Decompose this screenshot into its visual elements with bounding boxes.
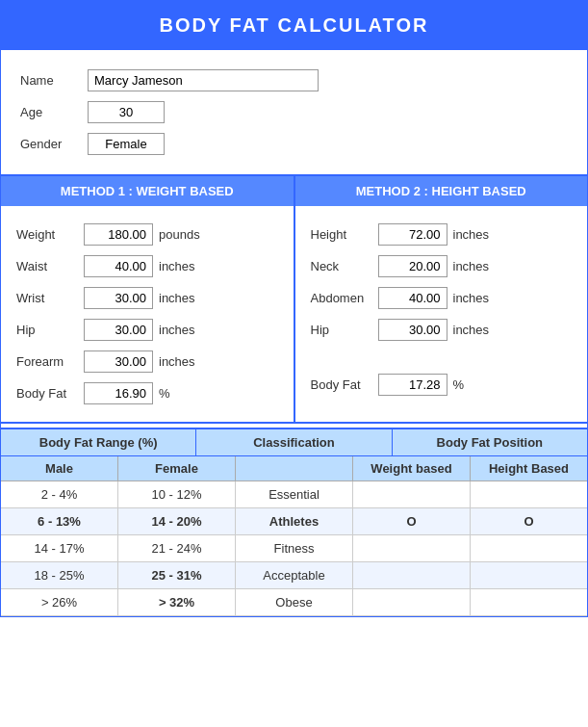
m2-neck-unit: inches — [453, 259, 490, 273]
method1-header: METHOD 1 : WEIGHT BASED — [1, 176, 294, 206]
method2-section: Height inches Neck inches Abdomen inches… — [295, 206, 588, 422]
results-header-classification: Classification — [196, 429, 392, 455]
m1-waist-input[interactable] — [84, 255, 153, 277]
table-row: 14 - 17% 21 - 24% Fitness — [1, 535, 587, 562]
cell-male-5: > 26% — [1, 589, 118, 615]
table-row: 2 - 4% 10 - 12% Essential — [1, 481, 587, 508]
m1-wrist-label: Wrist — [16, 291, 84, 305]
m1-forearm-input[interactable] — [84, 351, 153, 373]
gender-input[interactable] — [88, 133, 165, 155]
m2-bodyfat-input[interactable] — [378, 374, 447, 396]
age-label: Age — [20, 105, 88, 119]
m2-height-label: Height — [311, 227, 378, 242]
m1-weight-unit: pounds — [159, 227, 200, 242]
cell-height-2: O — [471, 508, 587, 534]
sub-header-weight: Weight based — [353, 456, 471, 480]
cell-height-3 — [471, 535, 587, 561]
cell-male-2: 6 - 13% — [1, 508, 118, 534]
results-table: Body Fat Range (%) Classification Body F… — [1, 428, 587, 616]
cell-weight-3 — [353, 535, 471, 561]
sub-header-male: Male — [1, 456, 118, 480]
gender-label: Gender — [20, 137, 88, 151]
method2-header: METHOD 2 : HEIGHT BASED — [295, 176, 588, 206]
table-row: 6 - 13% 14 - 20% Athletes O O — [1, 508, 587, 535]
table-row: > 26% > 32% Obese — [1, 589, 587, 616]
m1-forearm-label: Forearm — [16, 354, 84, 369]
m2-height-input[interactable] — [378, 223, 447, 246]
m1-hip-unit: inches — [159, 323, 195, 337]
cell-class-4: Acceptable — [236, 562, 353, 588]
cell-class-1: Essential — [236, 481, 353, 507]
cell-class-5: Obese — [236, 589, 353, 615]
sub-header-height: Height Based — [471, 456, 587, 480]
method1-section: Weight pounds Waist inches Wrist inches … — [1, 206, 294, 422]
name-input[interactable] — [88, 69, 319, 91]
cell-height-4 — [471, 562, 587, 588]
m1-bodyfat-label: Body Fat — [16, 386, 84, 401]
cell-class-2: Athletes — [236, 508, 353, 534]
m2-neck-input[interactable] — [378, 255, 447, 277]
m2-bodyfat-label: Body Fat — [311, 377, 378, 392]
table-row: 18 - 25% 25 - 31% Acceptable — [1, 562, 587, 589]
m2-neck-label: Neck — [311, 259, 378, 273]
cell-height-5 — [471, 589, 587, 615]
m1-hip-input[interactable] — [84, 319, 153, 341]
m1-waist-label: Waist — [16, 259, 84, 273]
m1-hip-label: Hip — [16, 323, 84, 337]
cell-female-5: > 32% — [118, 589, 236, 615]
m2-abdomen-unit: inches — [453, 291, 490, 305]
m1-wrist-unit: inches — [159, 291, 195, 305]
name-label: Name — [20, 73, 88, 88]
m2-abdomen-label: Abdomen — [311, 291, 378, 305]
cell-male-3: 14 - 17% — [1, 535, 118, 561]
m1-weight-input[interactable] — [84, 223, 153, 246]
cell-male-4: 18 - 25% — [1, 562, 118, 588]
cell-height-1 — [471, 481, 587, 507]
m1-bodyfat-unit: % — [159, 386, 170, 401]
cell-class-3: Fitness — [236, 535, 353, 561]
results-header-range: Body Fat Range (%) — [1, 429, 196, 455]
results-header-position: Body Fat Position — [393, 429, 587, 455]
cell-weight-1 — [353, 481, 471, 507]
cell-female-2: 14 - 20% — [118, 508, 236, 534]
sub-header-female: Female — [118, 456, 236, 480]
m2-height-unit: inches — [453, 227, 490, 242]
cell-female-1: 10 - 12% — [118, 481, 236, 507]
m1-weight-label: Weight — [16, 227, 84, 242]
m2-bodyfat-unit: % — [453, 377, 465, 392]
cell-female-3: 21 - 24% — [118, 535, 236, 561]
m1-wrist-input[interactable] — [84, 287, 153, 309]
m1-bodyfat-input[interactable] — [84, 382, 153, 404]
cell-male-1: 2 - 4% — [1, 481, 118, 507]
m2-hip-input[interactable] — [378, 319, 447, 341]
cell-weight-5 — [353, 589, 471, 615]
m1-waist-unit: inches — [159, 259, 195, 273]
m2-hip-label: Hip — [311, 323, 378, 337]
sub-header-empty — [236, 456, 353, 480]
page-title: BODY FAT CALCULATOR — [1, 1, 587, 50]
cell-weight-4 — [353, 562, 471, 588]
m2-hip-unit: inches — [453, 323, 490, 337]
cell-female-4: 25 - 31% — [118, 562, 236, 588]
cell-weight-2: O — [353, 508, 471, 534]
age-input[interactable] — [88, 101, 165, 123]
m1-forearm-unit: inches — [159, 354, 195, 369]
m2-abdomen-input[interactable] — [378, 287, 447, 309]
